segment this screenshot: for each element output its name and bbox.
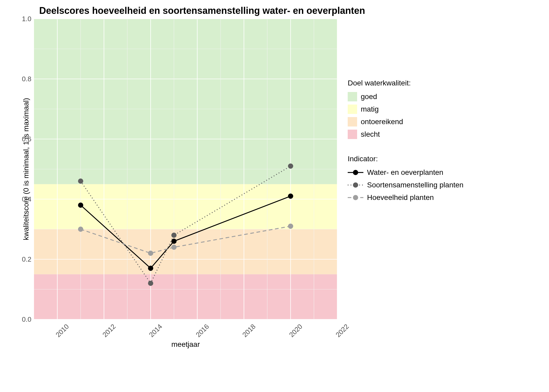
legend-series-item: Hoeveelheid planten [348, 193, 464, 202]
y-tick-label: 0.6 [22, 135, 31, 143]
svg-point-44 [353, 182, 358, 188]
legend-band-item: slecht [348, 130, 464, 139]
svg-point-34 [148, 281, 153, 286]
y-tick-label: 0.4 [22, 195, 31, 203]
x-axis-label: meetjaar [34, 340, 337, 349]
svg-point-30 [148, 266, 153, 271]
chart-title: Deelscores hoeveelheid en soortensamenst… [5, 5, 544, 16]
svg-point-32 [288, 194, 293, 199]
y-tick-label: 0.8 [22, 75, 31, 83]
x-tick-label: 2010 [54, 322, 71, 339]
svg-point-33 [78, 178, 83, 184]
svg-point-36 [288, 164, 293, 169]
legend-label: Water- en oeverplanten [367, 168, 443, 177]
svg-rect-4 [34, 19, 337, 184]
svg-point-37 [78, 227, 83, 232]
svg-rect-1 [34, 274, 337, 320]
chart-container: Deelscores hoeveelheid en soortensamenst… [5, 5, 544, 387]
legend-label: ontoereikend [361, 118, 403, 126]
chart-body: kwaliteitscore (0 is minimaal, 1 is maxi… [5, 19, 544, 349]
legend-line-swatch [348, 168, 363, 177]
legend-series: Water- en oeverplantenSoortensamenstelli… [348, 168, 464, 202]
svg-point-46 [353, 195, 358, 200]
svg-point-42 [353, 170, 358, 175]
legend-label: Soortensamenstelling planten [367, 181, 464, 189]
plot-area: kwaliteitscore (0 is minimaal, 1 is maxi… [34, 19, 337, 319]
plot-wrapper: kwaliteitscore (0 is minimaal, 1 is maxi… [5, 19, 337, 349]
x-tick-label: 2012 [101, 322, 117, 339]
x-tick-label: 2014 [147, 322, 164, 339]
legend-label: goed [361, 93, 377, 101]
y-tick-label: 0.2 [22, 255, 31, 263]
legend-line-swatch [348, 180, 363, 190]
x-tick-label: 2016 [194, 322, 211, 339]
legend-label: Hoeveelheid planten [367, 193, 434, 202]
legend-series-title: Indicator: [348, 155, 464, 163]
legend-swatch [348, 117, 357, 126]
svg-point-29 [78, 203, 83, 208]
legend-band-title: Doel waterkwaliteit: [348, 79, 464, 87]
y-axis-label: kwaliteitscore (0 is minimaal, 1 is maxi… [22, 98, 30, 240]
svg-rect-2 [34, 229, 337, 274]
legend-line-swatch [348, 193, 363, 202]
legend: Doel waterkwaliteit: goedmatigontoereike… [348, 79, 464, 218]
svg-point-39 [171, 245, 176, 250]
legend-swatch [348, 92, 357, 101]
x-tick-label: 2022 [334, 322, 351, 339]
y-tick-label: 0.0 [22, 315, 31, 324]
x-tick-label: 2020 [288, 322, 304, 339]
legend-swatch [348, 105, 357, 114]
svg-point-40 [288, 224, 293, 229]
legend-label: matig [361, 105, 379, 113]
legend-bands: goedmatigontoereikendslecht [348, 92, 464, 139]
svg-point-38 [148, 251, 153, 256]
legend-label: slecht [361, 130, 380, 139]
legend-band-item: matig [348, 105, 464, 114]
legend-swatch [348, 130, 357, 139]
y-tick-label: 1.0 [22, 15, 31, 23]
legend-series-item: Water- en oeverplanten [348, 168, 464, 177]
svg-point-35 [171, 233, 176, 238]
legend-band-item: ontoereikend [348, 117, 464, 126]
x-tick-label: 2018 [241, 322, 257, 339]
legend-series-item: Soortensamenstelling planten [348, 180, 464, 190]
legend-band-item: goed [348, 92, 464, 101]
